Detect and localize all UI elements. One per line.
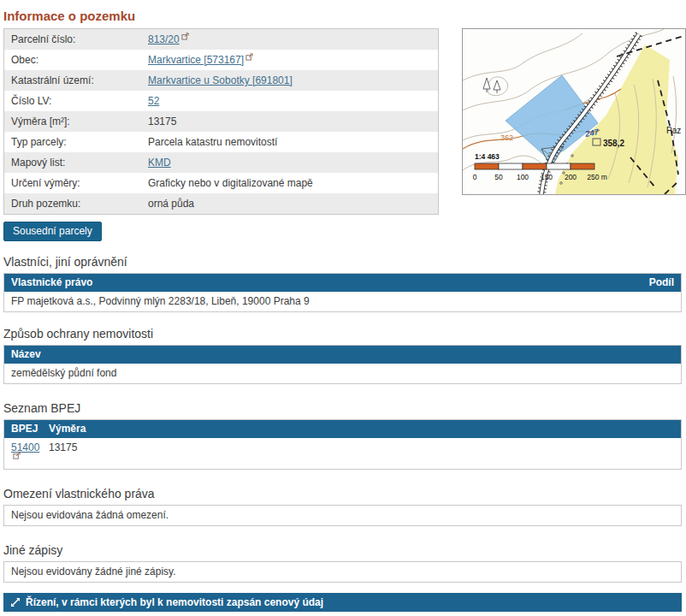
svg-text:150: 150: [541, 173, 553, 181]
parcel-attributes-table: Parcelní číslo: 813/20 Obec: Markvartice…: [3, 28, 439, 215]
map-sheet-link[interactable]: KMD: [148, 157, 171, 169]
table-row: Výměra [m²]: 13175: [4, 111, 438, 132]
svg-text:100: 100: [517, 173, 529, 181]
proceedings-expand-banner[interactable]: Řízení, v rámci kterých byl k nemovitost…: [3, 593, 682, 612]
external-link-icon: [181, 31, 189, 43]
parcel-type-value: Parcela katastru nemovitostí: [148, 136, 431, 148]
proceedings-banner-label: Řízení, v rámci kterých byl k nemovitost…: [26, 596, 323, 608]
parcel-number-link[interactable]: 813/20: [148, 33, 180, 45]
map-scale-bar: [475, 163, 594, 169]
svg-text:250 m: 250 m: [587, 173, 607, 181]
neighboring-parcels-button[interactable]: Sousední parcely: [3, 222, 102, 241]
external-link-icon: [245, 51, 253, 63]
row-label: Obec:: [11, 54, 148, 66]
external-link-icon: [13, 451, 21, 462]
row-label: Parcelní číslo:: [11, 33, 148, 45]
table-row: Obec: Markvartice [573167]: [4, 50, 438, 70]
bpej-area-value: 13175: [49, 442, 77, 465]
protection-col-name: Název: [11, 349, 41, 360]
cadastral-map[interactable]: 358,2 247 362 Paz 1:4 463 0 50 100 150 2…: [462, 28, 686, 195]
map-scale-ratio: 1:4 463: [475, 152, 500, 161]
row-label: Mapový list:: [11, 157, 148, 169]
restrictions-heading: Omezení vlastnického práva: [3, 487, 682, 500]
svg-text:50: 50: [494, 173, 503, 181]
table-row: Mapový list: KMD: [4, 152, 438, 173]
row-label: Výměra [m²]:: [11, 116, 148, 127]
protection-heading: Způsob ochrany nemovitosti: [3, 327, 682, 341]
table-row: Typ parcely: Parcela katastru nemovitost…: [4, 132, 438, 152]
row-label: Typ parcely:: [11, 136, 148, 148]
bpej-row: 51400 13175: [4, 438, 681, 469]
map-elevation-point: [593, 139, 600, 145]
row-label: Katastrální území:: [11, 74, 148, 86]
bpej-col-area: Výměra: [49, 424, 86, 435]
owner-row: FP majetková a.s., Podvinný mlýn 2283/18…: [4, 292, 681, 311]
map-contour-elevation-label: 362: [500, 133, 513, 142]
land-type-value: orná půda: [148, 198, 431, 210]
restrictions-text: Nejsou evidována žádná omezení.: [3, 505, 682, 526]
table-row: Katastrální území: Markvartice u Sobotky…: [4, 70, 438, 91]
cadastral-area-link[interactable]: Markvartice u Sobotky [691801]: [148, 74, 293, 86]
area-determination-value: Graficky nebo v digitalizované mapě: [148, 177, 431, 189]
protection-table: Název zemědělský půdní fond: [3, 345, 682, 384]
other-entries-text: Nejsou evidovány žádné jiné zápisy.: [3, 561, 682, 583]
bpej-table: BPEJ Výměra 51400 13175: [3, 419, 682, 470]
svg-text:200: 200: [565, 173, 577, 181]
bpej-col-code: BPEJ: [11, 424, 49, 435]
protection-row: zemědělský půdní fond: [4, 364, 681, 383]
owners-col-share: Podíl: [649, 277, 674, 288]
municipality-link[interactable]: Markvartice [573167]: [148, 54, 244, 66]
row-label: Číslo LV:: [11, 95, 148, 107]
table-row: Druh pozemku: orná půda: [4, 193, 438, 214]
owners-heading: Vlastníci, jiní oprávnění: [3, 255, 682, 269]
lv-number-link[interactable]: 52: [148, 95, 159, 107]
map-elevation-label: 358,2: [603, 139, 624, 148]
map-place-label: Paz: [666, 126, 681, 135]
row-label: Druh pozemku:: [11, 198, 148, 210]
owners-col-right: Vlastnické právo: [11, 277, 92, 288]
area-value: 13175: [148, 116, 431, 127]
bpej-heading: Seznam BPEJ: [3, 401, 682, 415]
table-row: Určení výměry: Graficky nebo v digitaliz…: [4, 173, 438, 193]
page-title: Informace o pozemku: [3, 9, 682, 23]
svg-text:0: 0: [473, 173, 477, 181]
owners-table: Vlastnické právo Podíl FP majetková a.s.…: [3, 273, 682, 312]
expand-arrows-icon: [10, 597, 21, 607]
table-row: Číslo LV: 52: [4, 91, 438, 111]
parcel-info-page: Informace o pozemku Parcelní číslo: 813/…: [0, 9, 686, 616]
other-entries-heading: Jiné zápisy: [3, 543, 682, 557]
row-label: Určení výměry:: [11, 177, 148, 189]
table-row: Parcelní číslo: 813/20: [4, 29, 438, 50]
